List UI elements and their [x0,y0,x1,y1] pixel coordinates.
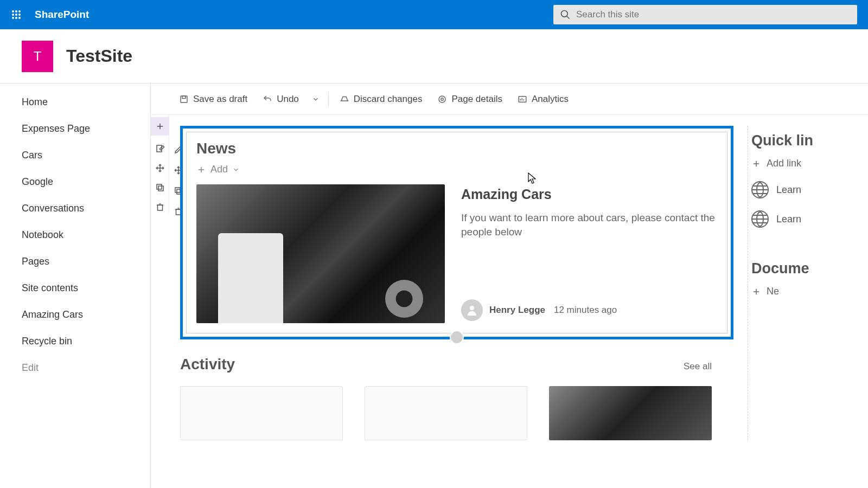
site-header: T TestSite [0,29,868,84]
nav-item-conversations[interactable]: Conversations [0,195,150,222]
save-label: Save as draft [193,94,247,105]
site-title[interactable]: TestSite [66,46,132,66]
delete-section-icon[interactable] [154,201,167,214]
news-add-button[interactable]: Add [196,164,240,175]
svg-point-8 [18,17,21,19]
svg-point-35 [470,306,474,310]
quick-links-title: Quick lin [751,132,868,149]
svg-point-7 [15,17,17,19]
analytics-button[interactable]: Analytics [511,91,575,108]
article-description: If you want to learn more about cars, pl… [461,211,717,240]
search-container [553,5,857,24]
svg-point-1 [15,10,17,12]
site-logo[interactable]: T [22,41,53,72]
duplicate-section-icon[interactable] [154,181,167,194]
edit-section-icon[interactable] [154,142,167,155]
quick-link-item[interactable]: Learn [751,181,868,198]
svg-point-14 [439,96,445,102]
see-all-link[interactable]: See all [684,361,712,372]
link-label: Learn [776,184,801,196]
author-name: Henry Legge [489,305,545,316]
add-link-label: Add link [767,158,801,169]
activity-heading: Activity [180,356,235,373]
nav-item-expenses[interactable]: Expenses Page [0,115,150,142]
globe-icon [751,210,769,228]
move-section-icon[interactable] [154,162,167,175]
svg-rect-22 [157,145,162,152]
undo-label: Undo [277,94,299,105]
svg-rect-29 [175,188,180,192]
analytics-label: Analytics [532,94,569,105]
undo-dropdown[interactable] [308,92,324,106]
command-bar: Save as draft Undo Discard changes Page … [151,84,868,115]
new-document-button[interactable]: Ne [751,286,868,297]
brand-name[interactable]: SharePoint [35,9,89,21]
svg-point-9 [561,11,568,17]
section-toolbar [151,115,169,214]
left-navigation: Home Expenses Page Cars Google Conversat… [0,84,151,488]
svg-point-5 [18,14,21,16]
news-add-label: Add [210,164,228,175]
svg-rect-24 [157,184,162,189]
post-time: 12 minutes ago [554,305,617,316]
svg-point-3 [12,14,14,16]
activity-row [180,386,733,440]
svg-point-2 [18,10,21,12]
nav-item-google[interactable]: Google [0,169,150,195]
new-label: Ne [767,286,779,297]
svg-point-0 [12,10,14,12]
nav-edit-link[interactable]: Edit [0,355,150,381]
nav-item-amazing-cars[interactable]: Amazing Cars [0,301,150,328]
nav-item-recycle-bin[interactable]: Recycle bin [0,328,150,355]
svg-rect-25 [157,205,162,210]
page-details-button[interactable]: Page details [431,91,509,108]
nav-item-pages[interactable]: Pages [0,248,150,275]
nav-item-home[interactable]: Home [0,89,150,115]
documents-title: Docume [751,260,868,277]
search-box[interactable] [553,5,857,24]
svg-rect-23 [158,186,163,191]
add-section-button[interactable] [151,117,169,136]
save-as-draft-button[interactable]: Save as draft [173,91,254,108]
undo-button[interactable]: Undo [256,91,305,108]
nav-item-site-contents[interactable]: Site contents [0,275,150,301]
svg-rect-12 [182,96,186,99]
divider [328,92,329,107]
svg-rect-11 [181,96,187,102]
section-resize-handle[interactable] [450,330,464,344]
author-avatar [461,299,483,321]
news-heading: News [196,140,717,157]
discard-label: Discard changes [354,94,423,105]
svg-point-15 [441,98,444,100]
globe-icon [751,181,769,198]
suite-bar: SharePoint [0,0,868,29]
details-label: Page details [451,94,502,105]
discard-changes-button[interactable]: Discard changes [333,91,429,108]
link-label: Learn [776,214,801,225]
news-thumbnail[interactable] [196,184,445,323]
svg-line-10 [567,16,570,19]
add-link-button[interactable]: Add link [751,158,868,169]
nav-item-notebook[interactable]: Notebook [0,222,150,248]
svg-point-6 [12,17,14,19]
activity-card[interactable] [549,386,712,440]
activity-card[interactable] [365,386,527,440]
content-area: Save as draft Undo Discard changes Page … [151,84,868,488]
quick-link-item[interactable]: Learn [751,210,868,228]
activity-card[interactable] [180,386,343,440]
news-webpart-selected[interactable]: News Add Amazing Cars If you want to lea… [180,126,733,339]
svg-point-4 [15,14,17,16]
nav-item-cars[interactable]: Cars [0,142,150,169]
chevron-down-icon [232,166,240,174]
search-input[interactable] [576,9,851,20]
right-column: Quick lin Add link Learn Learn Docume Ne [748,126,868,440]
app-launcher-icon[interactable] [5,4,27,25]
article-title[interactable]: Amazing Cars [461,187,717,202]
